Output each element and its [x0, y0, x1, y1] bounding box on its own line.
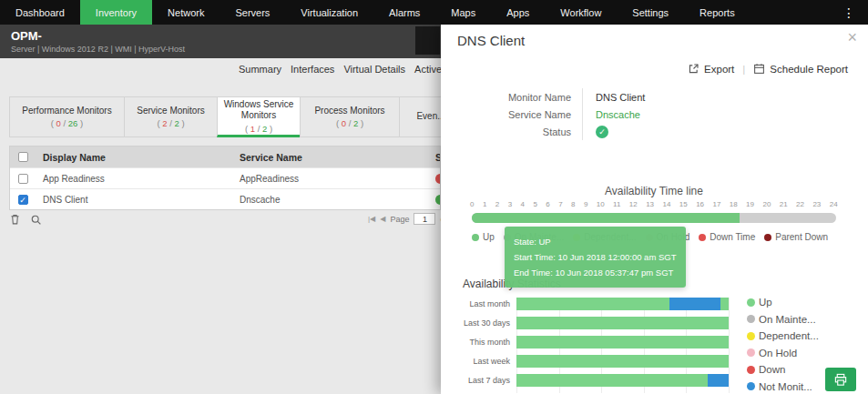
search-button[interactable]: [30, 214, 42, 226]
monitor-total-count: 2: [353, 118, 358, 128]
hour-tick-label: 23: [812, 200, 821, 208]
chart-bar[interactable]: [516, 317, 729, 329]
availability-chart-rows: Last monthLast 30 daysThis monthLast wee…: [450, 298, 729, 387]
timeline-legend-item-up: Up: [472, 232, 495, 242]
select-all-checkbox[interactable]: [18, 152, 28, 162]
monitor-tab-performance-monitors[interactable]: Performance Monitors( 0 / 26 ): [9, 96, 125, 137]
nav-item-reports[interactable]: Reports: [684, 0, 751, 25]
status-icon: [435, 174, 440, 184]
legend-color-dot: [747, 382, 755, 390]
tab-interfaces[interactable]: Interfaces: [291, 64, 334, 75]
row-checkbox[interactable]: [18, 174, 28, 184]
legend-color-dot: [747, 298, 755, 307]
row-checkbox-cell: [10, 174, 36, 184]
status-cell: [434, 174, 440, 184]
hour-tick-label: 17: [712, 200, 720, 208]
monitor-down-count: 2: [162, 118, 167, 128]
chart-segment-up: [516, 317, 729, 329]
chart-bar[interactable]: [516, 336, 729, 349]
legend-label: Down: [759, 364, 785, 375]
schedule-report-button[interactable]: Schedule Report: [753, 63, 848, 75]
chart-legend-item-on-mainte[interactable]: On Mainte...: [747, 314, 819, 325]
chart-segment-up: [516, 355, 729, 368]
nav-item-virtualization[interactable]: Virtualization: [285, 0, 373, 25]
nav-item-settings[interactable]: Settings: [617, 0, 684, 25]
service-name-cell: Dnscache: [238, 195, 434, 205]
monitor-tab-windows-service-monitors[interactable]: Windows Service Monitors( 1 / 2 ): [217, 96, 301, 137]
tab-summary[interactable]: Summary: [239, 64, 281, 75]
chart-legend-item-dependent[interactable]: Dependent...: [747, 330, 819, 341]
status-header[interactable]: Status: [434, 152, 440, 163]
table-row[interactable]: ✓DNS ClientDnscache: [10, 188, 440, 209]
monitor-down-count: 1: [250, 124, 255, 134]
table-row[interactable]: App ReadinessAppReadiness: [10, 167, 440, 188]
monitor-tab-even[interactable]: Even...: [399, 96, 441, 137]
header-checkbox-cell: [10, 152, 36, 162]
display-name-header[interactable]: Display Name: [36, 152, 238, 163]
detail-row-status: Status ✓: [491, 123, 645, 140]
delete-button[interactable]: [9, 213, 21, 226]
monitor-tab-process-monitors[interactable]: Process Monitors( 0 / 2 ): [300, 96, 400, 137]
nav-overflow-button[interactable]: ⋮: [830, 0, 868, 25]
chart-legend-item-not-monit[interactable]: Not Monit...: [747, 381, 819, 392]
monitor-name-label: Monitor Name: [491, 88, 571, 106]
monitor-tab-label: Windows Service Monitors: [220, 99, 297, 122]
chart-bar[interactable]: [516, 298, 729, 310]
monitor-tab-service-monitors[interactable]: Service Monitors( 2 / 2 ): [124, 96, 218, 137]
nav-item-workflow[interactable]: Workflow: [545, 0, 617, 25]
nav-item-servers[interactable]: Servers: [220, 0, 285, 25]
hour-tick-label: 3: [508, 200, 512, 208]
chart-bar[interactable]: [516, 355, 729, 368]
timeline-title: Availability Time line: [472, 185, 836, 197]
chart-category-label: Last month: [450, 299, 516, 308]
tab-virtual-details[interactable]: Virtual Details: [343, 64, 405, 75]
chart-bar[interactable]: [516, 374, 729, 387]
row-checkbox[interactable]: ✓: [18, 195, 28, 205]
nav-item-network[interactable]: Network: [152, 0, 220, 25]
close-icon[interactable]: ×: [847, 28, 857, 47]
page-number-input[interactable]: [414, 213, 435, 225]
chart-legend-item-on-hold[interactable]: On Hold: [747, 348, 819, 359]
timeline-tooltip: State: UP Start Time: 10 Jun 2018 12:00:…: [505, 227, 686, 288]
timeline-legend-item-down-time: Down Time: [699, 232, 755, 242]
panel-title: DNS Client: [457, 33, 525, 48]
nav-item-maps[interactable]: Maps: [435, 0, 491, 25]
chart-legend-item-up[interactable]: Up: [747, 297, 819, 308]
timeline-up-segment[interactable]: [472, 213, 740, 223]
legend-label: On Hold: [759, 348, 797, 359]
hour-tick-label: 5: [533, 200, 536, 208]
display-name-cell: DNS Client: [36, 195, 238, 205]
first-page-button[interactable]: |◀: [368, 215, 375, 223]
tab-active-pro[interactable]: Active Pro: [414, 64, 441, 75]
chart-category-label: Last week: [450, 357, 516, 366]
service-name-header[interactable]: Service Name: [238, 152, 434, 163]
print-report-button[interactable]: [825, 368, 856, 391]
table-header: Display Name Service Name Status: [10, 146, 440, 167]
prev-page-button[interactable]: ◀: [380, 215, 385, 223]
nav-item-apps[interactable]: Apps: [491, 0, 545, 25]
chart-row-last-week: Last week: [450, 355, 729, 368]
service-name-cell: AppReadiness: [238, 174, 434, 184]
page-tabs: SummaryInterfacesVirtual DetailsActive P…: [0, 58, 441, 80]
export-button[interactable]: Export: [688, 63, 734, 75]
hour-tick-label: 18: [730, 200, 738, 208]
chart-row-last-7-days: Last 7 days: [450, 374, 729, 387]
hour-tick-label: 11: [613, 200, 620, 208]
monitor-details: Monitor Name DNS Client Service Name Dns…: [491, 88, 645, 140]
status-value: ✓: [582, 123, 608, 140]
device-header-action-button[interactable]: [415, 26, 440, 55]
hour-tick-label: 1: [483, 200, 486, 208]
hour-tick-label: 24: [830, 200, 838, 208]
chart-legend: UpOn Mainte...Dependent...On HoldDownNot…: [747, 297, 819, 392]
nav-item-dashboard[interactable]: Dashboard: [0, 0, 80, 25]
export-icon: [688, 63, 700, 75]
legend-color-dot: [764, 234, 771, 241]
service-table-body: App ReadinessAppReadiness✓DNS ClientDnsc…: [10, 167, 440, 209]
device-header: OPM- Server | Windows 2012 R2 | WMI | Hy…: [0, 25, 441, 58]
availability-timeline-bar[interactable]: [472, 213, 836, 223]
nav-item-alarms[interactable]: Alarms: [373, 0, 435, 25]
hour-tick-label: 2: [495, 200, 499, 208]
nav-item-inventory[interactable]: Inventory: [80, 0, 152, 25]
chart-legend-item-down[interactable]: Down: [747, 364, 819, 375]
chart-category-label: Last 30 days: [450, 318, 516, 328]
